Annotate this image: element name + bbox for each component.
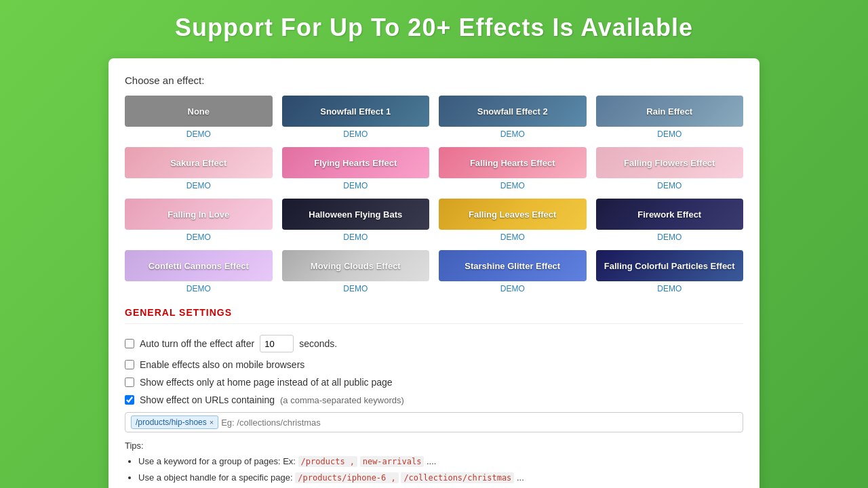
url-tag: /products/hip-shoes × (131, 415, 218, 429)
demo-link-rain[interactable]: DEMO (657, 129, 682, 139)
url-tag-text: /products/hip-shoes (136, 418, 207, 427)
demo-link-firework[interactable]: DEMO (657, 232, 682, 242)
effect-item-halloween: Halloween Flying BatsDEMO (282, 199, 430, 242)
effect-item-falling-in-love: Falling In LoveDEMO (125, 199, 273, 242)
effect-item-snowfall2: Snowfall Effect 2DEMO (439, 96, 587, 139)
effect-btn-snowfall1[interactable]: Snowfall Effect 1 (282, 96, 430, 127)
demo-link-sakura[interactable]: DEMO (186, 181, 211, 190)
demo-link-falling-hearts[interactable]: DEMO (500, 181, 525, 190)
url-input-row[interactable]: /products/hip-shoes × (125, 412, 743, 432)
mobile-checkbox[interactable] (125, 360, 134, 369)
demo-link-flying-hearts[interactable]: DEMO (343, 181, 368, 190)
homepage-checkbox[interactable] (125, 378, 134, 387)
tips-title: Tips: (125, 441, 743, 451)
effect-item-rain: Rain EffectDEMO (596, 96, 744, 139)
demo-link-halloween[interactable]: DEMO (343, 232, 368, 242)
auto-turnoff-checkbox[interactable] (125, 339, 134, 348)
effect-item-none: NoneDEMO (125, 96, 273, 139)
effect-btn-none[interactable]: None (125, 96, 273, 127)
effect-item-firework: Firework EffectDEMO (596, 199, 744, 242)
url-tag-remove[interactable]: × (210, 418, 214, 426)
effect-btn-halloween[interactable]: Halloween Flying Bats (282, 199, 430, 230)
effect-item-falling-leaves: Falling Leaves EffectDEMO (439, 199, 587, 242)
tips-section: Tips: Use a keyword for a group of pages… (125, 441, 743, 484)
demo-link-falling-flowers[interactable]: DEMO (657, 181, 682, 190)
effect-btn-falling-leaves[interactable]: Falling Leaves Effect (439, 199, 587, 230)
effect-item-falling-colorful: Falling Colorful Particles EffectDEMO (596, 250, 744, 293)
demo-link-moving-clouds[interactable]: DEMO (343, 284, 368, 293)
effect-item-confetti: Confetti Cannons EffectDEMO (125, 250, 273, 293)
effect-item-sakura: Sakura EffectDEMO (125, 147, 273, 190)
mobile-label: Enable effects also on mobile browsers (140, 359, 304, 370)
section-title: GENERAL SETTINGS (125, 307, 743, 324)
url-input[interactable] (221, 418, 737, 428)
demo-link-falling-in-love[interactable]: DEMO (186, 232, 211, 242)
homepage-label: Show effects only at home page instead o… (140, 377, 393, 388)
demo-link-falling-colorful[interactable]: DEMO (657, 284, 682, 293)
auto-turnoff-label: Auto turn off the effect after (140, 338, 254, 349)
effect-btn-falling-hearts[interactable]: Falling Hearts Effect (439, 147, 587, 178)
effect-item-starshine: Starshine Glitter EffectDEMO (439, 250, 587, 293)
tip-item-1: Use a keyword for a group of pages: Ex: … (138, 455, 743, 468)
demo-link-none[interactable]: DEMO (186, 129, 211, 139)
effect-btn-confetti[interactable]: Confetti Cannons Effect (125, 250, 273, 281)
url-label: Show effect on URLs containing (140, 394, 275, 405)
main-panel: Choose an effect: NoneDEMOSnowfall Effec… (108, 58, 760, 488)
auto-turnoff-input[interactable] (260, 335, 294, 352)
effect-item-snowfall1: Snowfall Effect 1DEMO (282, 96, 430, 139)
auto-turnoff-suffix: seconds. (299, 338, 337, 349)
choose-label: Choose an effect: (125, 75, 743, 86)
demo-link-starshine[interactable]: DEMO (500, 284, 525, 293)
effect-btn-flying-hearts[interactable]: Flying Hearts Effect (282, 147, 430, 178)
homepage-row: Show effects only at home page instead o… (125, 377, 743, 388)
effect-btn-rain[interactable]: Rain Effect (596, 96, 744, 127)
url-hint: (a comma-separated keywords) (280, 395, 404, 405)
effects-grid: NoneDEMOSnowfall Effect 1DEMOSnowfall Ef… (125, 96, 743, 293)
effect-btn-moving-clouds[interactable]: Moving Clouds Effect (282, 250, 430, 281)
url-row: Show effect on URLs containing (a comma-… (125, 394, 743, 405)
demo-link-confetti[interactable]: DEMO (186, 284, 211, 293)
auto-turnoff-row: Auto turn off the effect after seconds. (125, 335, 743, 352)
general-settings: GENERAL SETTINGS Auto turn off the effec… (125, 307, 743, 484)
effect-item-flying-hearts: Flying Hearts EffectDEMO (282, 147, 430, 190)
tip-item-2: Use a object handle for a specific page:… (138, 471, 743, 485)
effect-btn-sakura[interactable]: Sakura Effect (125, 147, 273, 178)
demo-link-falling-leaves[interactable]: DEMO (500, 232, 525, 242)
page-title: Support For Up To 20+ Effects Is Availab… (175, 14, 693, 42)
effect-item-moving-clouds: Moving Clouds EffectDEMO (282, 250, 430, 293)
effect-item-falling-flowers: Falling Flowers EffectDEMO (596, 147, 744, 190)
demo-link-snowfall1[interactable]: DEMO (343, 129, 368, 139)
effect-btn-falling-in-love[interactable]: Falling In Love (125, 199, 273, 230)
effect-item-falling-hearts: Falling Hearts EffectDEMO (439, 147, 587, 190)
effect-btn-snowfall2[interactable]: Snowfall Effect 2 (439, 96, 587, 127)
url-checkbox[interactable] (125, 395, 134, 405)
demo-link-snowfall2[interactable]: DEMO (500, 129, 525, 139)
effect-btn-falling-colorful[interactable]: Falling Colorful Particles Effect (596, 250, 744, 281)
effect-btn-starshine[interactable]: Starshine Glitter Effect (439, 250, 587, 281)
effect-btn-firework[interactable]: Firework Effect (596, 199, 744, 230)
tips-list: Use a keyword for a group of pages: Ex: … (125, 455, 743, 484)
mobile-row: Enable effects also on mobile browsers (125, 359, 743, 370)
effect-btn-falling-flowers[interactable]: Falling Flowers Effect (596, 147, 744, 178)
